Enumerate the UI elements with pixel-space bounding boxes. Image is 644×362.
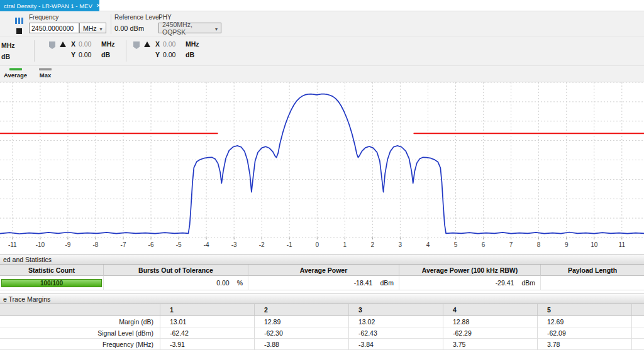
- statistic-count-value: 100/100: [40, 280, 63, 287]
- column-header-payload-length: Payload Length: [541, 265, 644, 276]
- svg-text:-6: -6: [148, 241, 154, 248]
- svg-text:2: 2: [371, 241, 375, 248]
- delta-marker-icon[interactable]: [144, 41, 150, 47]
- stop-button[interactable]: [14, 27, 24, 35]
- marker-x-label: X: [155, 40, 163, 48]
- average-power-rbw-value: -29.41: [496, 279, 514, 287]
- column-header-statistic-count: Statistic Count: [0, 265, 104, 276]
- marker-stub-y-unit: dB: [1, 53, 15, 60]
- marker-x-label: X: [71, 40, 79, 48]
- legend-item-average[interactable]: Average: [4, 68, 27, 79]
- statistics-table-header: Statistic Count Bursts Out of Tolerance …: [0, 265, 644, 276]
- signal-level-fill: [632, 327, 644, 339]
- frequency-unit-dropdown[interactable]: MHz: [79, 23, 106, 33]
- average-trace-swatch: [9, 68, 22, 70]
- marker-x-value[interactable]: 0.00: [163, 40, 186, 48]
- bursts-value: 0.00: [216, 279, 229, 287]
- svg-text:-10: -10: [36, 241, 45, 248]
- svg-text:-3: -3: [231, 241, 237, 248]
- frequency-label: Frequency: [29, 14, 106, 21]
- frequency-fill: [632, 339, 644, 350]
- statistic-count-cell: 100/100: [0, 276, 104, 290]
- toolbar-main: Frequency MHz Reference Level 0.00 dBm P…: [0, 11, 644, 36]
- chevron-down-icon: [100, 25, 103, 32]
- close-icon[interactable]: ✕: [92, 3, 99, 9]
- signal-level-value: -62.29: [443, 327, 538, 339]
- bursts-cell: 0.00 %: [104, 276, 248, 290]
- psd-chart[interactable]: -11-10-9-8-7-6-5-4-3-2-101234567891011: [0, 82, 644, 254]
- channel-button[interactable]: [14, 16, 24, 25]
- margins-column-2: 2: [255, 304, 349, 316]
- toolbar-divider: [126, 40, 126, 62]
- margins-column-3: 3: [349, 304, 443, 316]
- row-label-frequency: Frequency (MHz): [0, 339, 160, 350]
- phy-dropdown[interactable]: 2450MHz, OQPSK: [158, 23, 221, 33]
- table-row: Frequency (MHz) -3.91 -3.88 -3.84 3.75 3…: [0, 339, 644, 350]
- frequency-value: 3.75: [443, 339, 538, 350]
- svg-text:-8: -8: [92, 241, 98, 248]
- margins-section-header[interactable]: e Trace Margins: [0, 293, 644, 304]
- marker-y-label: Y: [71, 51, 79, 58]
- statistic-count-bar: 100/100: [1, 279, 102, 287]
- svg-text:10: 10: [591, 241, 598, 248]
- marker-x-unit: MHz: [101, 40, 118, 48]
- statistics-section-title: ed and Statistics: [3, 256, 52, 263]
- channel-icon: [15, 18, 23, 24]
- marker-y-unit: dB: [186, 51, 202, 58]
- row-label-signal-level: Signal Level (dBm): [0, 327, 160, 339]
- marker-toolbar: MHz dB X 0.00 MHz Y 0.00 dB: [0, 36, 644, 66]
- margin-value: 12.69: [538, 316, 632, 327]
- average-power-rbw-cell: -29.41 dBm: [399, 276, 541, 290]
- average-power-cell: -18.41 dBm: [248, 276, 399, 290]
- trace-legend: Average Max: [0, 66, 644, 82]
- reference-level-group: Reference Level 0.00 dBm: [114, 14, 160, 32]
- svg-text:-4: -4: [204, 241, 209, 248]
- application-window: ctral Density - LR-WPAN 1 - MEV ✕ Freque…: [0, 0, 644, 362]
- table-row: Signal Level (dBm) -62.42 -62.30 -62.43 …: [0, 327, 644, 339]
- svg-text:4: 4: [426, 241, 430, 248]
- frequency-group: Frequency MHz: [29, 14, 106, 33]
- svg-text:7: 7: [509, 241, 513, 248]
- svg-text:3: 3: [399, 241, 402, 248]
- margin-value: 13.02: [349, 316, 443, 327]
- svg-text:-9: -9: [65, 241, 70, 248]
- svg-text:6: 6: [482, 241, 486, 248]
- svg-text:5: 5: [454, 241, 458, 248]
- svg-text:-1: -1: [287, 241, 292, 248]
- table-row: Margin (dB) 13.01 12.89 13.02 12.88 12.6…: [0, 316, 644, 327]
- statistics-table-row: 100/100 0.00 % -18.41 dBm -29.41 dBm: [0, 276, 644, 290]
- statistics-section-header[interactable]: ed and Statistics: [0, 254, 644, 265]
- column-header-average-power: Average Power: [248, 265, 399, 276]
- reference-level-field[interactable]: 0.00 dBm: [114, 25, 160, 32]
- margins-section-title: e Trace Margins: [3, 295, 50, 303]
- margins-corner-cell: [0, 304, 160, 316]
- marker-shield-icon[interactable]: [133, 41, 140, 49]
- legend-item-max[interactable]: Max: [39, 68, 52, 79]
- marker-shield-icon[interactable]: [49, 41, 55, 49]
- frequency-input[interactable]: [29, 23, 79, 33]
- row-label-margin: Margin (dB): [0, 316, 160, 327]
- svg-text:9: 9: [565, 241, 569, 248]
- tab-title: ctral Density - LR-WPAN 1 - MEV: [4, 3, 92, 9]
- payload-length-cell: [541, 276, 644, 290]
- marker-x-value[interactable]: 0.00: [79, 40, 101, 48]
- trace-margins-table: 1 2 3 4 5 Margin (dB) 13.01 12.89 13.02 …: [0, 304, 644, 350]
- frequency-unit-value: MHz: [83, 25, 97, 32]
- average-power-unit: dBm: [380, 279, 394, 287]
- svg-text:-2: -2: [259, 241, 265, 248]
- frequency-value: -3.91: [160, 339, 255, 350]
- tab-bar: ctral Density - LR-WPAN 1 - MEV ✕: [0, 0, 644, 11]
- svg-text:11: 11: [619, 241, 626, 248]
- marker-y-label: Y: [155, 51, 163, 58]
- svg-text:-11: -11: [8, 241, 17, 248]
- marker-y-value[interactable]: 0.00: [163, 51, 186, 58]
- delta-marker-icon[interactable]: [60, 41, 66, 47]
- marker-y-value[interactable]: 0.00: [79, 51, 101, 58]
- frequency-value: -3.84: [349, 339, 443, 350]
- phy-value: 2450MHz, OQPSK: [162, 21, 212, 36]
- margins-column-fill: [632, 304, 644, 316]
- margin-value: 12.89: [255, 316, 349, 327]
- margins-column-5: 5: [538, 304, 632, 316]
- tab-spectral-density[interactable]: ctral Density - LR-WPAN 1 - MEV ✕: [0, 0, 99, 11]
- svg-text:1: 1: [343, 241, 347, 248]
